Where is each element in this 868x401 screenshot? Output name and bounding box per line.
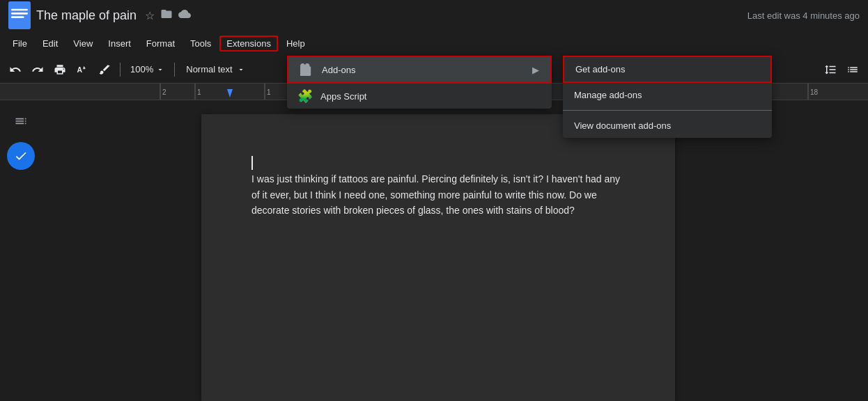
title-icons: ☆ (145, 8, 191, 23)
menu-edit[interactable]: Edit (36, 36, 65, 52)
addons-icon (300, 63, 313, 77)
apps-script-label: Apps Script (320, 91, 541, 102)
cloud-icon[interactable] (178, 8, 191, 23)
menu-tools[interactable]: Tools (183, 36, 218, 52)
manage-addons-item[interactable]: Manage add-ons (563, 83, 772, 107)
print-button[interactable] (50, 60, 70, 79)
addons-submenu: Get add-ons Manage add-ons View document… (563, 56, 772, 138)
svg-rect-3 (11, 16, 24, 18)
star-icon[interactable]: ☆ (145, 9, 155, 22)
manage-addons-label: Manage add-ons (574, 90, 642, 100)
checklist-button[interactable] (843, 60, 862, 79)
addons-arrow: ▶ (532, 65, 539, 75)
get-addons-item[interactable]: Get add-ons (563, 56, 772, 83)
get-addons-label: Get add-ons (575, 64, 626, 74)
folder-icon[interactable] (160, 8, 173, 23)
zoom-value: 100% (130, 64, 153, 74)
svg-text:1: 1 (267, 88, 271, 96)
paint-format-button[interactable] (95, 60, 114, 79)
svg-rect-1 (11, 9, 28, 11)
svg-rect-2 (11, 13, 28, 15)
menu-view[interactable]: View (66, 36, 100, 52)
toolbar-right (821, 60, 862, 79)
undo-button[interactable] (6, 60, 25, 79)
svg-rect-0 (8, 1, 31, 29)
view-document-addons-label: View document add-ons (574, 120, 671, 131)
apps-script-icon: 🧩 (298, 89, 312, 103)
divider-2 (174, 63, 175, 77)
outline-icon[interactable] (8, 109, 33, 134)
page-content: I was just thinking if tattoos are painf… (251, 156, 625, 219)
extensions-dropdown: Add-ons ▶ 🧩 Apps Script (287, 56, 552, 109)
checkmark-button[interactable] (7, 142, 35, 170)
title-bar: The maple of pain ☆ Last edit was 4 minu… (0, 0, 868, 31)
menu-insert[interactable]: Insert (101, 36, 138, 52)
submenu-divider (563, 110, 772, 111)
menu-file[interactable]: File (6, 36, 34, 52)
menu-extensions[interactable]: Extensions (219, 36, 278, 52)
redo-button[interactable] (28, 60, 47, 79)
document-title: The maple of pain (36, 8, 137, 23)
svg-text:1: 1 (197, 88, 201, 96)
menu-help[interactable]: Help (279, 36, 312, 52)
svg-marker-9 (227, 89, 233, 97)
apps-script-menu-item[interactable]: 🧩 Apps Script (287, 84, 552, 109)
addons-label: Add-ons (322, 65, 524, 75)
left-sidebar (0, 100, 42, 401)
line-spacing-button[interactable] (821, 60, 840, 79)
document-page: I was just thinking if tattoos are painf… (201, 114, 675, 401)
document-area[interactable]: I was just thinking if tattoos are painf… (42, 100, 835, 401)
menu-format[interactable]: Format (139, 36, 182, 52)
zoom-selector[interactable]: 100% (126, 63, 169, 76)
text-cursor (251, 156, 253, 170)
svg-text:A: A (77, 65, 83, 73)
view-document-addons-item[interactable]: View document add-ons (563, 113, 772, 138)
body-text: I was just thinking if tattoos are painf… (251, 173, 620, 216)
main-area: I was just thinking if tattoos are painf… (0, 100, 868, 401)
menu-bar: File Edit View Insert Format Tools Exten… (0, 31, 868, 56)
right-sidebar (835, 100, 868, 401)
svg-text:18: 18 (810, 88, 819, 96)
addons-menu-item[interactable]: Add-ons ▶ (287, 56, 552, 84)
divider-1 (120, 63, 121, 77)
docs-icon (8, 1, 31, 29)
spelling-button[interactable]: A (72, 60, 92, 79)
style-value: Normal text (186, 64, 232, 74)
last-edit-text: Last edit was 4 minutes ago (747, 10, 860, 21)
style-selector[interactable]: Normal text (180, 63, 250, 76)
svg-text:2: 2 (162, 88, 166, 96)
